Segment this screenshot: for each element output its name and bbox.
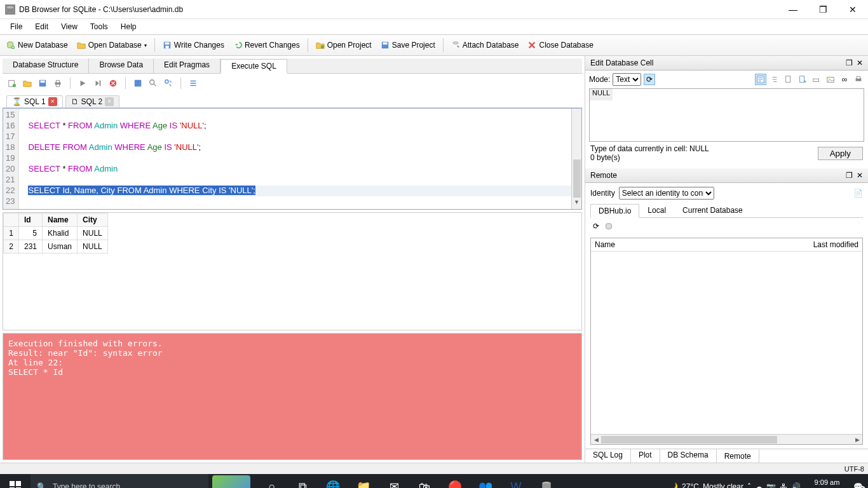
task-view-icon[interactable]: ⧉ [290, 474, 315, 488]
meet-now-icon[interactable]: 📷 [766, 482, 776, 488]
tray-chevron-icon[interactable]: ˄ [747, 482, 751, 488]
editor-vertical-scrollbar[interactable]: ▼ [571, 109, 581, 209]
network-icon[interactable]: 🖧 [780, 482, 787, 488]
save-results-icon[interactable] [132, 78, 144, 89]
svg-point-6 [321, 45, 324, 48]
close-panel-icon[interactable]: ✕ [857, 58, 863, 67]
attach-database-button[interactable]: Attach Database [447, 39, 523, 51]
stop-icon[interactable] [107, 78, 119, 89]
undock-icon[interactable]: ❐ [846, 171, 853, 180]
menu-edit[interactable]: Edit [29, 21, 55, 32]
close-button[interactable]: ✕ [843, 2, 863, 17]
open-sql-icon[interactable] [22, 78, 33, 89]
text-mode-icon[interactable] [755, 74, 766, 85]
encoding-indicator: UTF-8 [844, 465, 864, 473]
rtl-icon[interactable] [769, 74, 780, 85]
set-null-icon[interactable] [811, 74, 822, 85]
sql-code-editor[interactable]: 151617181920212223 SELECT * FROM Admin W… [3, 108, 582, 210]
menu-view[interactable]: View [55, 21, 84, 32]
remote-title: Remote [590, 171, 617, 180]
word-icon[interactable]: W [503, 474, 529, 488]
new-tab-icon[interactable] [6, 78, 18, 89]
export-icon[interactable] [797, 74, 808, 85]
apply-button[interactable]: Apply [818, 147, 863, 160]
close-tab-icon[interactable]: × [48, 97, 57, 106]
news-widget-icon[interactable] [212, 475, 250, 488]
execute-line-icon[interactable] [92, 78, 104, 89]
find-icon[interactable] [147, 78, 159, 89]
bottom-tab-plot[interactable]: Plot [631, 449, 660, 463]
menu-file[interactable]: File [4, 21, 29, 32]
bottom-tab-sqllog[interactable]: SQL Log [585, 449, 631, 463]
chrome-icon[interactable]: 🔴 [442, 474, 468, 488]
remote-tab-current[interactable]: Current Database [674, 203, 751, 217]
cert-manager-icon[interactable]: 📄 [853, 189, 863, 198]
print-cell-icon[interactable] [853, 74, 864, 85]
maximize-button[interactable]: ❐ [813, 2, 834, 17]
indent-icon[interactable] [187, 78, 199, 89]
remote-database-list[interactable]: Name Last modified ◀▶ [590, 238, 863, 445]
onedrive-icon[interactable]: ☁ [755, 482, 763, 488]
remote-tab-local[interactable]: Local [639, 203, 674, 217]
save-sql-icon[interactable] [37, 78, 48, 89]
page-icon: 🗋 [71, 97, 79, 106]
autoswitch-icon[interactable]: ⟳ [644, 74, 655, 85]
bottom-tab-remote[interactable]: Remote [717, 449, 759, 463]
undock-icon[interactable]: ❐ [846, 58, 853, 67]
tab-execute-sql[interactable]: Execute SQL [220, 59, 287, 74]
execute-icon[interactable] [77, 78, 88, 89]
bottom-tab-dbschema[interactable]: DB Schema [660, 449, 717, 463]
tab-browse-data[interactable]: Browse Data [89, 58, 154, 73]
identity-label: Identity [590, 189, 615, 198]
teams-icon[interactable]: 👥 [473, 474, 498, 488]
svg-rect-4 [165, 43, 169, 45]
weather-tray-icon[interactable]: 🌙 [668, 482, 678, 488]
image-icon[interactable] [825, 74, 836, 85]
remote-list-hscroll[interactable]: ◀▶ [591, 434, 862, 444]
close-panel-icon[interactable]: ✕ [857, 171, 863, 180]
save-project-button[interactable]: Save Project [377, 39, 439, 51]
cortana-icon[interactable]: ○ [259, 474, 285, 488]
revert-changes-button[interactable]: Revert Changes [229, 39, 304, 51]
sql-tab-2[interactable]: 🗋 SQL 2 × [65, 95, 120, 107]
results-grid[interactable]: IdNameCity 15KhalidNULL2231UsmanNULL [3, 212, 582, 330]
link-icon[interactable]: ∞ [839, 74, 850, 85]
taskbar-search[interactable]: 🔍 Type here to search [31, 474, 208, 488]
menu-help[interactable]: Help [114, 21, 143, 32]
identity-select[interactable]: Select an identity to connect [619, 187, 714, 200]
sql-tab-1[interactable]: ⌛ SQL 1 × [6, 95, 63, 107]
close-database-button[interactable]: Close Database [524, 39, 597, 51]
minimize-button[interactable]: — [782, 2, 804, 17]
open-database-button[interactable]: Open Database▾ [73, 39, 151, 51]
mail-icon[interactable]: ✉ [381, 474, 407, 488]
open-project-button[interactable]: Open Project [312, 39, 376, 51]
store-icon[interactable]: 🛍 [412, 474, 437, 488]
sql-editor-tabs: ⌛ SQL 1 × 🗋 SQL 2 × [3, 93, 582, 108]
remote-tab-dbhub[interactable]: DBHub.io [590, 204, 639, 218]
menu-tools[interactable]: Tools [84, 21, 114, 32]
close-tab-icon[interactable]: × [105, 97, 114, 106]
mode-select[interactable]: Text [613, 73, 641, 86]
edge-icon[interactable]: 🌐 [320, 474, 346, 488]
cell-value-textarea[interactable]: NULL [589, 88, 864, 142]
new-database-button[interactable]: New Database [3, 39, 72, 51]
tab-database-structure[interactable]: Database Structure [3, 58, 89, 73]
explorer-icon[interactable]: 📁 [351, 474, 376, 488]
import-icon[interactable] [783, 74, 794, 85]
close-db-icon [527, 41, 536, 50]
start-button[interactable] [0, 474, 31, 488]
notifications-icon[interactable]: 💬2 [853, 482, 863, 488]
print-icon[interactable] [52, 78, 64, 89]
dbbrowser-taskbar-icon[interactable] [534, 474, 559, 488]
svg-point-0 [7, 6, 14, 8]
clone-icon[interactable] [604, 222, 613, 233]
open-project-icon [316, 41, 325, 50]
svg-rect-32 [10, 481, 15, 486]
cell-editor-toolbar: Mode: Text ⟳ ∞ [585, 71, 868, 88]
tab-edit-pragmas[interactable]: Edit Pragmas [154, 58, 220, 73]
taskbar-clock[interactable]: 9:09 am 24/05/2022 [804, 478, 850, 488]
refresh-icon[interactable]: ⟳ [593, 222, 599, 233]
volume-icon[interactable]: 🔊 [791, 482, 801, 488]
write-changes-button[interactable]: Write Changes [159, 39, 228, 51]
find-replace-icon[interactable]: b [163, 78, 174, 89]
